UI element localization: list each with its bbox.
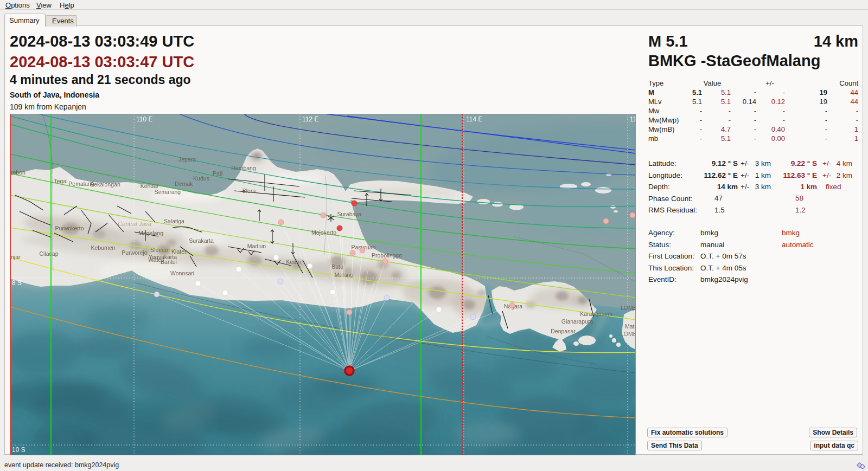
- svg-text:Jepara: Jepara: [178, 156, 196, 163]
- svg-text:Cilacap: Cilacap: [39, 250, 58, 257]
- svg-text:Surabaya: Surabaya: [337, 211, 362, 217]
- svg-text:10 S: 10 S: [12, 446, 25, 454]
- svg-text:114 E: 114 E: [466, 115, 482, 123]
- svg-text:LOMB: LOMB: [621, 305, 636, 311]
- svg-text:Magelang: Magelang: [138, 230, 163, 236]
- svg-text:112 E: 112 E: [302, 115, 318, 123]
- svg-text:Tegal: Tegal: [54, 178, 67, 184]
- svg-text:Semarang: Semarang: [155, 189, 181, 195]
- svg-text:Demak: Demak: [175, 180, 193, 187]
- svg-text:LOMBO: LOMBO: [621, 331, 636, 337]
- svg-text:Rembang: Rembang: [231, 165, 256, 171]
- svg-text:Central Java: Central Java: [118, 221, 151, 227]
- svg-text:Salatiga: Salatiga: [164, 218, 184, 224]
- svg-text:Pekalongan: Pekalongan: [90, 181, 120, 188]
- svg-text:njar: njar: [11, 254, 21, 260]
- svg-text:Purworejo: Purworejo: [122, 249, 147, 256]
- svg-text:8 S: 8 S: [12, 279, 22, 287]
- svg-text:Sleman: Sleman: [150, 247, 170, 253]
- svg-text:Wonosari: Wonosari: [170, 270, 194, 276]
- svg-text:Gianarapura: Gianarapura: [561, 318, 593, 325]
- svg-text:Pati: Pati: [213, 170, 222, 177]
- svg-text:Kudus: Kudus: [193, 175, 209, 182]
- svg-text:Karangasem: Karangasem: [580, 311, 612, 317]
- svg-text:11: 11: [630, 115, 636, 123]
- svg-text:Batu: Batu: [331, 263, 343, 270]
- svg-text:Purwokerto: Purwokerto: [55, 225, 84, 231]
- svg-text:Blora: Blora: [242, 188, 256, 194]
- svg-text:rebon: rebon: [11, 169, 25, 176]
- svg-text:Denpasar: Denpasar: [551, 328, 576, 334]
- svg-text:Mojokerto: Mojokerto: [311, 229, 336, 236]
- svg-text:Bantul: Bantul: [161, 259, 177, 265]
- svg-text:Mata: Mata: [625, 323, 636, 330]
- svg-text:Kebumen: Kebumen: [91, 244, 116, 251]
- svg-text:110 E: 110 E: [136, 115, 152, 123]
- svg-text:Surakarta: Surakarta: [189, 237, 214, 244]
- svg-text:Kediri: Kediri: [286, 259, 301, 265]
- svg-text:Madiun: Madiun: [247, 243, 266, 249]
- svg-text:Probolinggo: Probolinggo: [372, 252, 402, 259]
